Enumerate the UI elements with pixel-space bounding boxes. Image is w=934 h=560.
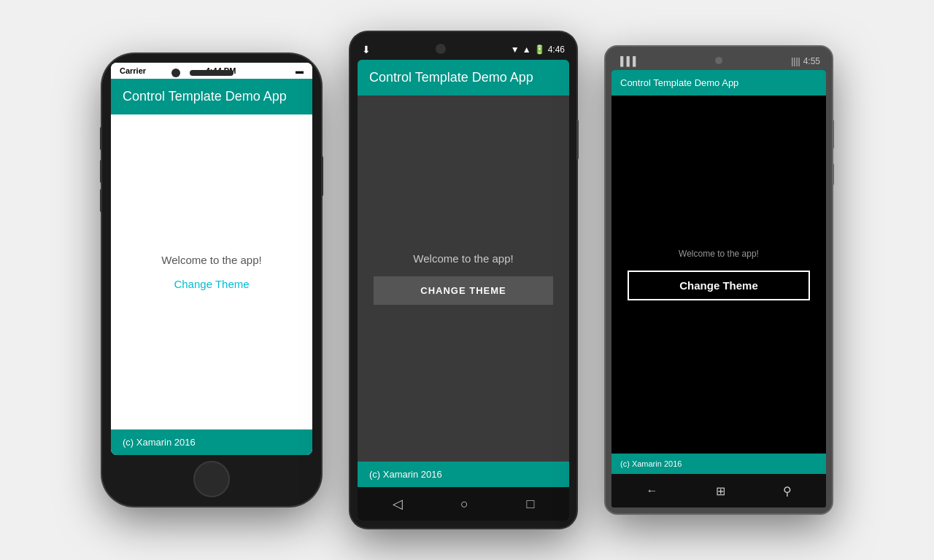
windows-status-icons: |||| 4:55	[791, 56, 820, 66]
windows-time: 4:55	[803, 56, 820, 66]
ios-app-content: Welcome to the app! Change Theme	[111, 114, 312, 429]
windows-volume-button	[832, 163, 834, 185]
android-footer-text: (c) Xamarin 2016	[369, 469, 442, 480]
android-app-content: Welcome to the app! CHANGE THEME	[358, 96, 569, 462]
windows-app-content: Welcome to the app! Change Theme	[611, 96, 826, 454]
android-time: 4:46	[548, 44, 565, 55]
ios-home-button[interactable]	[193, 461, 230, 497]
windows-signal-icon: ▐▐▐	[617, 56, 636, 66]
windows-start-button[interactable]: ⊞	[716, 484, 725, 498]
android-recents-button[interactable]: □	[526, 497, 534, 512]
windows-app-title: Control Template Demo App	[620, 77, 738, 88]
ios-app-header: Control Template Demo App	[111, 79, 312, 114]
windows-change-theme-button[interactable]: Change Theme	[628, 271, 810, 300]
android-battery-icon: 🔋	[534, 44, 545, 55]
ios-camera	[171, 69, 180, 77]
android-change-theme-button[interactable]: CHANGE THEME	[374, 276, 554, 305]
ios-phone: Carrier 4:44 PM ▬ Control Template Demo …	[102, 54, 321, 506]
windows-nav-bar: ← ⊞ ⚲	[611, 474, 826, 508]
windows-screen: Control Template Demo App Welcome to the…	[611, 70, 826, 508]
android-camera	[436, 44, 446, 54]
windows-search-button[interactable]: ⚲	[783, 484, 792, 498]
ios-carrier: Carrier	[120, 66, 146, 75]
android-wifi-icon: ▼	[511, 44, 520, 55]
ios-mute-button	[100, 127, 102, 150]
ios-footer-text: (c) Xamarin 2016	[123, 437, 196, 448]
android-screen: Control Template Demo App Welcome to the…	[358, 60, 569, 521]
windows-battery-icon: ||||	[791, 56, 800, 66]
android-app-header: Control Template Demo App	[358, 60, 569, 96]
android-app-title: Control Template Demo App	[369, 70, 533, 85]
windows-power-button	[832, 120, 834, 149]
android-power-button	[576, 120, 579, 160]
windows-app-header: Control Template Demo App	[611, 70, 826, 96]
android-status-icons: ▼ ▲ 🔋 4:46	[511, 44, 565, 55]
android-signal-icon: ▲	[522, 44, 531, 55]
android-nav-bar: ◁ ○ □	[358, 487, 569, 521]
android-phone: ⬇ ▼ ▲ 🔋 4:46 Control Template Demo App W…	[350, 32, 576, 528]
android-home-button[interactable]: ○	[460, 497, 468, 512]
android-top-bar: ⬇ ▼ ▲ 🔋 4:46	[358, 39, 569, 60]
windows-app-footer: (c) Xamarin 2016	[611, 454, 826, 474]
ios-volume-up-button	[100, 160, 102, 183]
ios-power-button	[321, 156, 323, 196]
windows-back-button[interactable]: ←	[647, 484, 658, 497]
windows-camera	[715, 57, 722, 64]
ios-welcome-text: Welcome to the app!	[161, 254, 261, 266]
android-download-icon: ⬇	[362, 44, 371, 55]
android-welcome-text: Welcome to the app!	[413, 252, 513, 265]
ios-app-title: Control Template Demo App	[123, 89, 287, 104]
ios-volume-down-button	[100, 189, 102, 212]
windows-welcome-text: Welcome to the app!	[679, 249, 759, 259]
ios-battery-icon: ▬	[296, 66, 304, 75]
ios-screen: Carrier 4:44 PM ▬ Control Template Demo …	[111, 63, 312, 455]
android-back-button[interactable]: ◁	[393, 496, 403, 512]
ios-speaker	[190, 70, 234, 76]
windows-phone: ▐▐▐ |||| 4:55 Control Template Demo App …	[606, 47, 832, 513]
windows-footer-text: (c) Xamarin 2016	[620, 459, 682, 468]
android-app-footer: (c) Xamarin 2016	[358, 462, 569, 487]
ios-change-theme-button[interactable]: Change Theme	[174, 278, 249, 290]
ios-app-footer: (c) Xamarin 2016	[111, 429, 312, 455]
